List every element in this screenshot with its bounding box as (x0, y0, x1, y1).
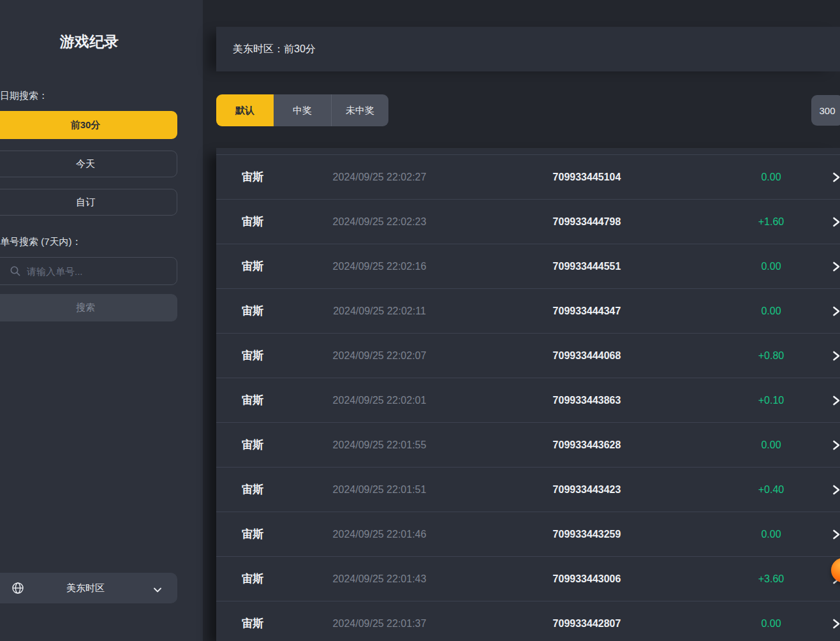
game-name-cell: 宙斯 (216, 482, 306, 497)
table-row[interactable]: 宙斯 2024/09/25 22:02:23 709933444798 +1.6… (216, 199, 840, 244)
records-table: 宙斯 2024/09/25 22:02:27 709933445104 0.00… (216, 148, 840, 641)
amount-cell: 0.00 (720, 439, 822, 451)
order-number-cell: 709933444068 (453, 350, 720, 362)
chevron-right-icon (830, 439, 840, 453)
game-name-cell: 宙斯 (216, 393, 306, 408)
amount-cell: +0.80 (720, 350, 822, 362)
timezone-filter-text: 美东时区：前30分 (233, 43, 316, 56)
game-name-cell: 宙斯 (216, 170, 306, 184)
search-icon (10, 265, 21, 277)
chevron-right-icon (830, 529, 840, 543)
timestamp-cell: 2024/09/25 22:01:43 (306, 573, 453, 585)
table-row[interactable]: 宙斯 2024/09/25 22:02:16 709933444551 0.00 (216, 244, 840, 288)
page-title: 游戏纪录 (0, 32, 179, 52)
timestamp-cell: 2024/09/25 22:01:51 (306, 484, 453, 496)
amount-cell: +1.60 (720, 216, 822, 228)
order-search-label: 单号搜索 (7天内)： (0, 236, 82, 248)
game-name-cell: 宙斯 (216, 616, 306, 631)
amount-cell: +0.40 (720, 484, 822, 496)
game-records-page: { "colors": { "accent_yellow": "#f6bc16"… (0, 0, 840, 641)
table-row[interactable]: 宙斯 2024/09/25 22:02:07 709933444068 +0.8… (216, 333, 840, 378)
chevron-right-icon (830, 395, 840, 409)
table-row[interactable]: 宙斯 2024/09/25 22:02:01 709933443863 +0.1… (216, 378, 840, 422)
chevron-down-icon (153, 584, 162, 596)
timezone-filter-banner: 美东时区：前30分 (216, 27, 840, 71)
order-number-cell: 709933444347 (453, 306, 720, 317)
table-row[interactable]: 宙斯 2024/09/25 22:01:37 709933442807 0.00 (216, 601, 840, 641)
order-number-cell: 709933442807 (453, 618, 720, 630)
date-search-label: 日期搜索： (0, 90, 48, 102)
amount-cell: 0.00 (720, 306, 822, 317)
chevron-right-icon (830, 306, 840, 320)
table-row[interactable]: 宙斯 2024/09/25 22:02:11 709933444347 0.00 (216, 288, 840, 333)
game-name-cell: 宙斯 (216, 348, 306, 363)
order-number-cell: 709933443863 (453, 395, 720, 406)
order-number-cell: 709933445104 (453, 172, 720, 183)
order-number-cell: 709933443628 (453, 439, 720, 451)
order-number-cell: 709933443006 (453, 573, 720, 585)
amount-cell: 0.00 (720, 618, 822, 630)
order-number-cell: 709933444551 (453, 261, 720, 272)
timestamp-cell: 2024/09/25 22:02:01 (306, 395, 453, 406)
game-name-cell: 宙斯 (216, 527, 306, 542)
game-name-cell: 宙斯 (216, 259, 306, 274)
amount-cell: 0.00 (720, 529, 822, 540)
search-button[interactable]: 搜索 (0, 294, 177, 321)
game-name-cell: 宙斯 (216, 571, 306, 586)
result-filter-tabs: 默认 中奖 未中奖 (216, 94, 388, 126)
timestamp-cell: 2024/09/25 22:02:07 (306, 350, 453, 362)
timestamp-cell: 2024/09/25 22:01:55 (306, 439, 453, 451)
chevron-right-icon (830, 261, 840, 275)
filter-custom-button[interactable]: 自订 (0, 189, 177, 216)
filter-last30min-button[interactable]: 前30分 (0, 111, 177, 139)
tab-win[interactable]: 中奖 (274, 94, 331, 126)
game-name-cell: 宙斯 (216, 214, 306, 229)
timezone-selector[interactable]: 美东时区 (0, 573, 177, 603)
game-name-cell: 宙斯 (216, 438, 306, 452)
timestamp-cell: 2024/09/25 22:02:16 (306, 261, 453, 272)
amount-cell: +0.10 (720, 395, 822, 406)
order-number-cell: 709933443259 (453, 529, 720, 540)
table-row[interactable]: 宙斯 2024/09/25 22:01:46 709933443259 0.00 (216, 512, 840, 556)
timestamp-cell: 2024/09/25 22:01:37 (306, 618, 453, 630)
sidebar: 游戏纪录 日期搜索： 前30分 今天 自订 单号搜索 (7天内)： 搜索 美东时… (0, 0, 203, 641)
timestamp-cell: 2024/09/25 22:02:23 (306, 216, 453, 228)
main-content: 美东时区：前30分 默认 中奖 未中奖 300 宙斯 2024/09/25 22… (203, 0, 840, 641)
table-row-partial (216, 148, 840, 154)
timestamp-cell: 2024/09/25 22:02:27 (306, 172, 453, 183)
page-size-button[interactable]: 300 (811, 95, 840, 126)
chevron-right-icon (830, 172, 840, 186)
amount-cell: 0.00 (720, 172, 822, 183)
tab-no-win[interactable]: 未中奖 (331, 94, 388, 126)
order-number-cell: 709933444798 (453, 216, 720, 228)
amount-cell: +3.60 (720, 573, 822, 585)
table-row[interactable]: 宙斯 2024/09/25 22:01:55 709933443628 0.00 (216, 422, 840, 467)
timestamp-cell: 2024/09/25 22:02:11 (306, 306, 453, 317)
filter-today-button[interactable]: 今天 (0, 151, 177, 177)
order-search-field[interactable] (0, 257, 177, 285)
timestamp-cell: 2024/09/25 22:01:46 (306, 529, 453, 540)
chevron-right-icon (830, 350, 840, 364)
chevron-right-icon (830, 618, 840, 632)
game-name-cell: 宙斯 (216, 304, 306, 318)
records-list: 宙斯 2024/09/25 22:02:27 709933445104 0.00… (216, 154, 840, 641)
order-search-input[interactable] (27, 266, 154, 277)
table-row[interactable]: 宙斯 2024/09/25 22:02:27 709933445104 0.00 (216, 154, 840, 199)
chevron-right-icon (830, 216, 840, 230)
chevron-right-icon (830, 484, 840, 498)
table-row[interactable]: 宙斯 2024/09/25 22:01:51 709933443423 +0.4… (216, 467, 840, 512)
timezone-label: 美东时区 (0, 582, 177, 594)
tab-default[interactable]: 默认 (216, 94, 274, 126)
order-number-cell: 709933443423 (453, 484, 720, 496)
amount-cell: 0.00 (720, 261, 822, 272)
table-row[interactable]: 宙斯 2024/09/25 22:01:43 709933443006 +3.6… (216, 556, 840, 601)
